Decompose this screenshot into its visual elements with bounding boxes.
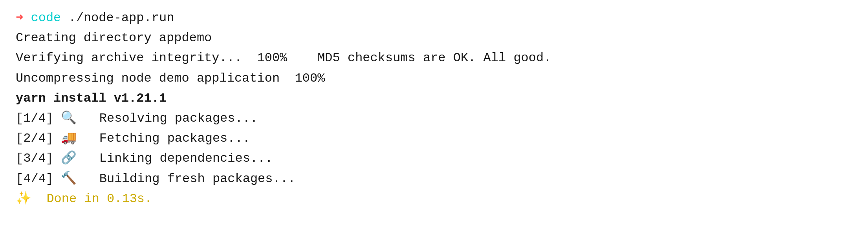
- terminal-output: ➜ code ./node-app.run Creating directory…: [16, 8, 852, 209]
- command-args: ./node-app.run: [61, 8, 174, 28]
- building-text: [4/4] 🔨 Building fresh packages...: [16, 169, 295, 189]
- building-line: [4/4] 🔨 Building fresh packages...: [16, 169, 852, 189]
- resolving-line: [1/4] 🔍 Resolving packages...: [16, 108, 852, 128]
- verifying-archive-line: Verifying archive integrity... 100% MD5 …: [16, 48, 852, 68]
- arrow-icon: ➜: [16, 8, 31, 28]
- linking-text: [3/4] 🔗 Linking dependencies...: [16, 148, 273, 168]
- command-line: ➜ code ./node-app.run: [16, 8, 852, 28]
- yarn-install-line: yarn install v1.21.1: [16, 88, 852, 108]
- uncompressing-line: Uncompressing node demo application 100%: [16, 68, 852, 88]
- code-command: code: [31, 8, 61, 28]
- linking-line: [3/4] 🔗 Linking dependencies...: [16, 148, 852, 168]
- yarn-install-text: yarn install v1.21.1: [16, 88, 167, 108]
- creating-dir-line: Creating directory appdemo: [16, 28, 852, 48]
- done-line: ✨ Done in 0.13s.: [16, 189, 852, 209]
- verifying-archive-text: Verifying archive integrity... 100% MD5 …: [16, 48, 551, 68]
- fetching-line: [2/4] 🚚 Fetching packages...: [16, 128, 852, 148]
- uncompressing-text: Uncompressing node demo application 100%: [16, 68, 325, 88]
- creating-dir-text: Creating directory appdemo: [16, 28, 212, 48]
- resolving-text: [1/4] 🔍 Resolving packages...: [16, 108, 258, 128]
- fetching-text: [2/4] 🚚 Fetching packages...: [16, 128, 250, 148]
- done-text: ✨ Done in 0.13s.: [16, 189, 152, 209]
